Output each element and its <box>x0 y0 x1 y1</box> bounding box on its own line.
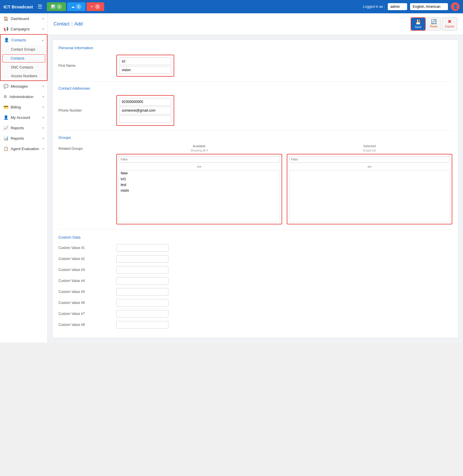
phone-input[interactable] <box>119 98 171 106</box>
campaigns-icon: 📢 <box>3 27 8 31</box>
custom-value-row-5: Custom Value #5 <box>58 288 452 296</box>
selected-filter-input[interactable] <box>289 156 450 163</box>
custom-value-row-8: Custom Value #8 <box>58 321 452 329</box>
selected-list[interactable] <box>289 170 450 222</box>
main-layout: 🏠 Dashboard ▾ 📢 Campaigns ▾ 👤 Contacts ▴… <box>0 13 463 343</box>
custom-value-input-8[interactable] <box>116 321 168 329</box>
chevron-down-icon: ▾ <box>43 106 44 109</box>
sidebar-label-administration: Administration <box>10 95 33 99</box>
personal-info-section: Personal Information First Name <box>58 46 452 77</box>
list-item[interactable]: test <box>119 182 280 188</box>
cancel-icon: ✖ <box>448 19 451 24</box>
custom-value-label-8: Custom Value #8 <box>58 323 116 327</box>
messages-icon: 💬 <box>3 84 8 88</box>
custom-value-label-4: Custom Value #4 <box>58 279 116 283</box>
first-name-row: First Name <box>58 55 452 77</box>
list-item[interactable]: New <box>119 170 280 176</box>
selected-col: Selected Empty list << <box>287 144 453 224</box>
contacts-icon: 👤 <box>4 38 9 42</box>
sidebar-item-campaigns[interactable]: 📢 Campaigns ▾ <box>0 24 47 34</box>
sidebar-item-administration[interactable]: ⚙ Administration ▾ <box>0 91 47 102</box>
tab-3[interactable]: ✂ 3 <box>87 2 104 11</box>
first-name-input[interactable] <box>119 58 171 65</box>
reset-label: Reset <box>430 25 438 28</box>
custom-fields-container: Custom Value #1Custom Value #2Custom Val… <box>58 244 452 329</box>
email-input[interactable] <box>119 107 171 114</box>
tab-1[interactable]: 📊 1 <box>47 2 66 11</box>
move-left-button[interactable]: << <box>289 164 450 170</box>
dashboard-icon: 🏠 <box>3 16 8 21</box>
custom-value-row-3: Custom Value #3 <box>58 266 452 274</box>
sidebar-item-messages[interactable]: 💬 Messages ▾ <box>0 81 47 91</box>
logged-in-label: Logged in as : <box>363 5 385 9</box>
available-filter-input[interactable] <box>119 156 280 163</box>
custom-value-label-1: Custom Value #1 <box>58 246 116 250</box>
tab-2[interactable]: ☁ 2 <box>67 2 85 11</box>
user-select[interactable]: admin <box>388 3 407 10</box>
last-name-input[interactable] <box>119 66 171 74</box>
custom-value-input-2[interactable] <box>116 255 168 263</box>
chevron-up-icon: ▴ <box>42 38 43 42</box>
sidebar-item-access-numbers[interactable]: Access Numbers <box>1 72 47 80</box>
custom-value-input-7[interactable] <box>116 310 168 318</box>
selected-empty: Empty list <box>287 149 453 152</box>
form-area: Personal Information First Name Contact … <box>52 40 458 338</box>
tab3-icon: ✂ <box>91 5 93 9</box>
custom-value-row-1: Custom Value #1 <box>58 244 452 252</box>
groups-content: Available Showing all 4 >> New ict1 test <box>116 144 452 224</box>
groups-section: Groups Related Groups Available Showing … <box>58 135 452 224</box>
topbar-tabs: 📊 1 ☁ 2 ✂ 3 <box>47 2 363 11</box>
sidebar-item-my-account[interactable]: 👤 My Account ▾ <box>0 112 47 123</box>
contact-addresses-title: Contact Addresses <box>58 86 452 91</box>
topbar-right: Logged in as : admin English, American 👤 <box>363 2 460 11</box>
sidebar-item-reports1[interactable]: 📈 Reports ▾ <box>0 123 47 133</box>
custom-data-title: Custom Data <box>58 235 452 239</box>
custom-value-row-7: Custom Value #7 <box>58 310 452 318</box>
custom-value-input-4[interactable] <box>116 277 168 285</box>
list-item[interactable]: ict1 <box>119 176 280 182</box>
brand-logo: ICT Broadcast <box>3 4 33 9</box>
save-btn-border: 💾 Save <box>411 17 426 31</box>
sidebar-item-contacts-sub[interactable]: Contacts <box>2 54 45 62</box>
chevron-down-icon: ▾ <box>43 17 44 20</box>
user-avatar-icon[interactable]: 👤 <box>451 2 460 11</box>
contacts-parent-wrapper: 👤 Contacts ▴ Contact Groups Contacts DNC… <box>0 34 47 81</box>
address-input[interactable] <box>119 115 171 123</box>
language-select[interactable]: English, American <box>410 3 448 10</box>
divider-2 <box>58 130 452 131</box>
sidebar-label-dashboard: Dashboard <box>11 16 29 21</box>
chevron-down-icon: ▾ <box>43 95 44 98</box>
first-name-label: First Name <box>58 64 116 68</box>
billing-icon: 💳 <box>3 105 8 109</box>
sidebar-item-contact-groups[interactable]: Contact Groups <box>1 45 47 54</box>
custom-value-row-2: Custom Value #2 <box>58 255 452 263</box>
custom-value-input-1[interactable] <box>116 244 168 252</box>
reset-button[interactable]: 🔄 Reset <box>427 17 441 31</box>
phone-row: Phone Number <box>58 95 452 126</box>
name-fields-group <box>116 55 174 77</box>
custom-value-input-6[interactable] <box>116 299 168 307</box>
cancel-label: Cancel <box>445 25 454 28</box>
related-groups-label: Related Groups <box>58 144 116 151</box>
save-button[interactable]: 💾 Save <box>411 18 425 30</box>
hamburger-icon[interactable]: ☰ <box>38 3 42 10</box>
cancel-button[interactable]: ✖ Cancel <box>442 17 457 31</box>
custom-value-input-5[interactable] <box>116 288 168 296</box>
selected-box: << <box>287 154 453 224</box>
sidebar-label-messages: Messages <box>11 84 28 88</box>
sidebar-item-dashboard[interactable]: 🏠 Dashboard ▾ <box>0 13 47 24</box>
available-list[interactable]: New ict1 test mishi <box>119 170 280 222</box>
divider-1 <box>58 81 452 82</box>
sidebar-label-agent-evaluation: Agent Evaluation <box>11 147 39 151</box>
phone-label: Phone Number <box>58 108 116 112</box>
sidebar-label-reports1: Reports <box>11 126 24 130</box>
sidebar-item-billing[interactable]: 💳 Billing ▾ <box>0 102 47 112</box>
chevron-down-icon: ▾ <box>43 27 44 31</box>
list-item[interactable]: mishi <box>119 188 280 193</box>
move-right-button[interactable]: >> <box>119 164 280 170</box>
sidebar-item-reports2[interactable]: 📊 Reports ▾ <box>0 133 47 143</box>
sidebar-item-dnc-contacts[interactable]: DNC Contacts <box>1 63 47 72</box>
sidebar-item-contacts[interactable]: 👤 Contacts ▴ <box>1 35 47 45</box>
sidebar-item-agent-evaluation[interactable]: 📋 Agent Evaluation ▾ <box>0 143 47 154</box>
custom-value-input-3[interactable] <box>116 266 168 274</box>
